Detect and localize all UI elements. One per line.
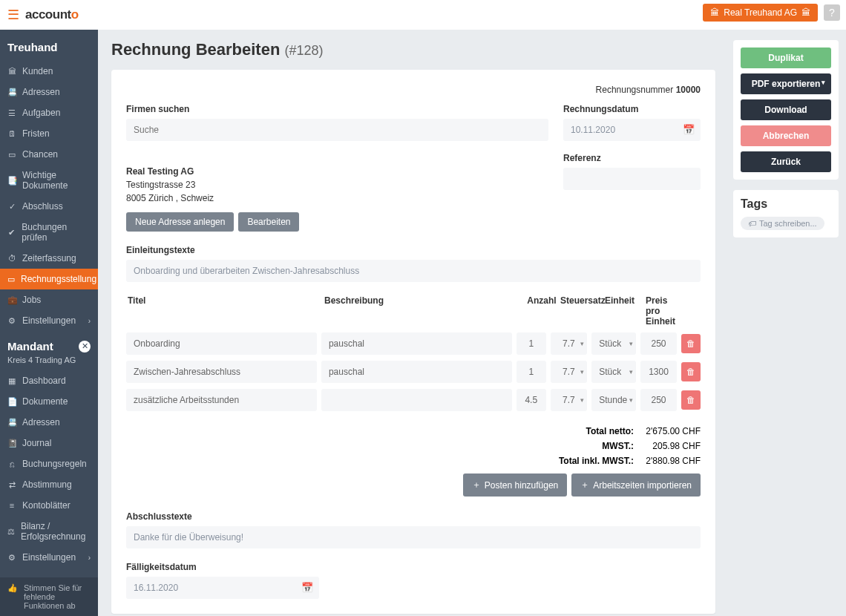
sidebar-item-buchungen-pr-fen[interactable]: ✔Buchungen prüfen bbox=[0, 217, 98, 248]
tags-title: Tags bbox=[741, 197, 831, 211]
chevron-down-icon: ▾ bbox=[580, 340, 584, 347]
pdf-export-button[interactable]: PDF exportieren▾ bbox=[741, 73, 831, 94]
mandant-name: Kreis 4 Trading AG bbox=[0, 355, 98, 370]
items-header: Titel Beschreibung Anzahl Steuersatz Ein… bbox=[126, 295, 701, 327]
help-icon[interactable]: ? bbox=[824, 4, 840, 21]
plus-icon: ＋ bbox=[580, 479, 589, 491]
sidebar-item-jobs[interactable]: 💼Jobs bbox=[0, 289, 98, 310]
delete-item-button[interactable]: 🗑 bbox=[681, 362, 701, 381]
item-desc-input[interactable] bbox=[321, 389, 512, 411]
hamburger-icon[interactable]: ☰ bbox=[7, 7, 19, 23]
cancel-button[interactable]: Abbrechen bbox=[741, 125, 831, 146]
nav-label: Chancen bbox=[22, 149, 58, 160]
date-input[interactable]: 10.11.2020 📅 bbox=[563, 119, 701, 141]
item-qty-input[interactable]: 4.5 bbox=[517, 389, 546, 411]
vote-box[interactable]: 👍 Stimmen Sie für fehlende Funktionen ab bbox=[0, 577, 98, 616]
sidebar-item-aufgaben[interactable]: ☰Aufgaben bbox=[0, 102, 98, 123]
duplicate-button[interactable]: Duplikat bbox=[741, 47, 831, 68]
sidebar-item-buchungsregeln[interactable]: ⎌Buchungsregeln bbox=[0, 453, 98, 474]
item-tax-select[interactable]: 7.7▾ bbox=[551, 332, 588, 355]
add-item-button[interactable]: ＋Posten hinzufügen bbox=[463, 474, 567, 497]
import-times-button[interactable]: ＋Arbeitszeiten importieren bbox=[571, 474, 701, 497]
sidebar-item-fristen[interactable]: 🗓Fristen bbox=[0, 123, 98, 144]
reference-input[interactable] bbox=[563, 168, 701, 190]
item-price-input[interactable]: 1300 bbox=[640, 361, 678, 383]
download-button[interactable]: Download bbox=[741, 99, 831, 120]
sidebar-item-zeiterfassung[interactable]: ⏱Zeiterfassung bbox=[0, 248, 98, 269]
item-title-input[interactable]: Zwischen-Jahresabschluss bbox=[126, 361, 317, 383]
nav-label: Jobs bbox=[22, 295, 41, 305]
delete-item-button[interactable]: 🗑 bbox=[681, 390, 701, 410]
item-price-input[interactable]: 250 bbox=[640, 332, 678, 355]
sidebar-item-dashboard[interactable]: ▦Dashboard bbox=[0, 370, 98, 391]
logo[interactable]: accounto bbox=[25, 7, 79, 22]
invoice-number-label: Rechnungsnummer bbox=[596, 85, 674, 95]
add-item-label: Posten hinzufügen bbox=[485, 480, 558, 491]
sidebar-item-dokumente[interactable]: 📄Dokumente bbox=[0, 391, 98, 412]
due-date-input[interactable]: 16.11.2020 📅 bbox=[126, 577, 319, 599]
logo-o: o bbox=[71, 7, 79, 22]
item-tax-select[interactable]: 7.7▾ bbox=[551, 389, 588, 411]
nav-icon: 📇 bbox=[7, 418, 16, 427]
item-qty-input[interactable]: 1 bbox=[517, 332, 546, 355]
back-button[interactable]: Zurück bbox=[741, 151, 831, 172]
import-times-label: Arbeitszeiten importieren bbox=[593, 480, 692, 491]
calendar-icon: 📅 bbox=[301, 582, 313, 593]
chevron-down-icon: ▾ bbox=[580, 368, 584, 376]
org-badge[interactable]: 🏛 Real Treuhand AG 🏛 bbox=[703, 4, 818, 22]
delete-item-button[interactable]: 🗑 bbox=[681, 334, 701, 353]
item-desc-input[interactable]: pauschal bbox=[321, 332, 512, 355]
trash-icon: 🗑 bbox=[686, 338, 695, 349]
sidebar-item-kontobl-tter[interactable]: ≡Kontoblätter bbox=[0, 495, 98, 516]
item-unit-select[interactable]: Stunde▾ bbox=[591, 389, 635, 411]
sidebar-item-abstimmung[interactable]: ⇄Abstimmung bbox=[0, 474, 98, 495]
nav-label: Zeiterfassung bbox=[22, 253, 76, 263]
nav-label: Fristen bbox=[22, 128, 50, 139]
item-desc-input[interactable]: pauschal bbox=[321, 361, 512, 383]
item-unit-select[interactable]: Stück▾ bbox=[591, 361, 635, 383]
sidebar-item-rechnungsstellung[interactable]: ▭Rechnungsstellung bbox=[0, 269, 98, 289]
trash-icon: 🗑 bbox=[686, 367, 695, 377]
chevron-down-icon: ▾ bbox=[580, 396, 584, 404]
edit-address-button[interactable]: Bearbeiten bbox=[238, 212, 299, 232]
mwst-label: MWST.: bbox=[545, 441, 634, 451]
item-title-input[interactable]: Onboarding bbox=[126, 332, 317, 355]
nav-label: Aufgaben bbox=[22, 108, 60, 118]
sidebar-item-einstellungen[interactable]: ⚙Einstellungen› bbox=[0, 310, 98, 331]
date-label: Rechnungsdatum bbox=[563, 104, 701, 114]
calendar-icon: 📅 bbox=[683, 124, 695, 135]
sidebar-item-journal[interactable]: 📓Journal bbox=[0, 433, 98, 453]
item-title-input[interactable]: zusätzliche Arbeitsstunden bbox=[126, 389, 317, 411]
new-address-button[interactable]: Neue Adresse anlegen bbox=[126, 212, 234, 232]
search-input-field[interactable] bbox=[134, 125, 541, 135]
nav-icon: ▭ bbox=[7, 150, 16, 160]
sidebar-item-einstellungen[interactable]: ⚙Einstellungen› bbox=[0, 547, 98, 568]
nav-label: Bilanz / Erfolgsrechnung bbox=[21, 521, 91, 542]
nav-label: Adressen bbox=[22, 417, 60, 427]
nav-icon: ⎌ bbox=[7, 459, 16, 468]
closing-text-input[interactable]: Danke für die Überweisung! bbox=[126, 526, 701, 548]
nav-label: Buchungen prüfen bbox=[22, 222, 91, 243]
item-unit-select[interactable]: Stück▾ bbox=[591, 332, 635, 355]
item-price-input[interactable]: 250 bbox=[640, 389, 678, 411]
main-column: Rechnung Bearbeiten (#128) Rechnungsnumm… bbox=[98, 30, 729, 616]
sidebar-item-abschluss[interactable]: ✓Abschluss bbox=[0, 196, 98, 217]
sidebar-item-kunden[interactable]: 🏛Kunden bbox=[0, 61, 98, 82]
tag-input[interactable]: 🏷 Tag schreiben... bbox=[741, 217, 824, 230]
sidebar-item-wichtige-dokumente[interactable]: 📑Wichtige Dokumente bbox=[0, 165, 98, 196]
nav-icon: ▦ bbox=[7, 376, 16, 386]
sidebar-item-adressen[interactable]: 📇Adressen bbox=[0, 82, 98, 102]
item-qty-input[interactable]: 1 bbox=[517, 361, 546, 383]
nav-icon: 📇 bbox=[7, 88, 16, 97]
intro-text-input[interactable]: Onboarding und überarbeiten Zwischen-Jah… bbox=[126, 260, 701, 282]
search-input[interactable] bbox=[126, 119, 548, 141]
company-city: 8005 Zürich , Schweiz bbox=[126, 191, 548, 205]
sidebar-item-bilanz-erfolgsrechnung[interactable]: ⚖Bilanz / Erfolgsrechnung bbox=[0, 516, 98, 547]
close-icon[interactable]: ✕ bbox=[79, 341, 91, 353]
head-price: Preis pro Einheit bbox=[646, 295, 683, 327]
sidebar-item-adressen[interactable]: 📇Adressen bbox=[0, 412, 98, 433]
nav-label: Dashboard bbox=[22, 376, 66, 386]
item-tax-select[interactable]: 7.7▾ bbox=[551, 361, 588, 383]
sidebar-item-chancen[interactable]: ▭Chancen bbox=[0, 144, 98, 165]
total-netto: 2'675.00 CHF bbox=[634, 426, 701, 436]
